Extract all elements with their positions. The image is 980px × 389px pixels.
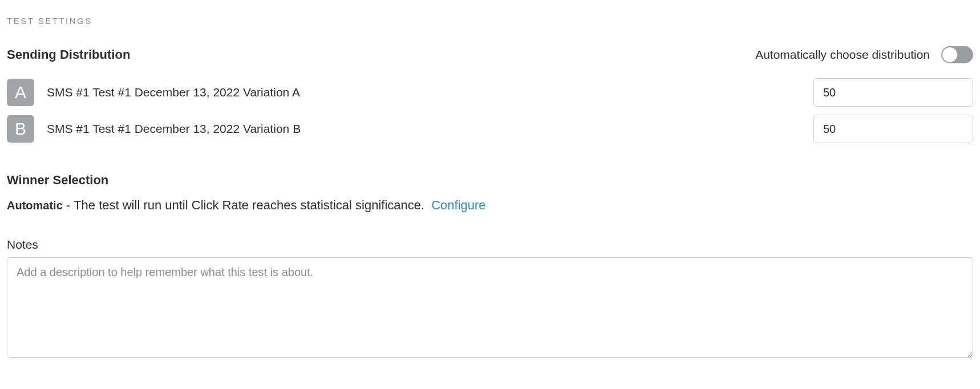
variation-b-percent-input[interactable] xyxy=(814,115,973,143)
variation-row: A SMS #1 Test #1 December 13, 2022 Varia… xyxy=(7,78,973,107)
notes-textarea[interactable] xyxy=(7,257,973,358)
variation-a-percent-group: % xyxy=(813,78,973,107)
sending-distribution-heading: Sending Distribution xyxy=(7,47,130,62)
configure-link[interactable]: Configure xyxy=(431,198,485,213)
winner-selection-section: Winner Selection Automatic - The test wi… xyxy=(7,173,973,213)
auto-distribution-toggle[interactable] xyxy=(941,46,973,63)
auto-distribution-group: Automatically choose distribution xyxy=(755,46,973,63)
variation-b-label: SMS #1 Test #1 December 13, 2022 Variati… xyxy=(47,122,813,136)
winner-selection-heading: Winner Selection xyxy=(7,173,973,188)
auto-distribution-label: Automatically choose distribution xyxy=(755,48,930,62)
variation-badge-b-icon: B xyxy=(7,115,34,143)
variation-a-percent-input[interactable] xyxy=(814,79,973,106)
sending-distribution-header: Sending Distribution Automatically choos… xyxy=(7,46,973,63)
variation-row: B SMS #1 Test #1 December 13, 2022 Varia… xyxy=(7,115,973,143)
variation-a-label: SMS #1 Test #1 December 13, 2022 Variati… xyxy=(47,86,813,99)
notes-heading: Notes xyxy=(7,238,973,252)
toggle-knob-icon xyxy=(942,47,957,62)
winner-selection-line: Automatic - The test will run until Clic… xyxy=(7,198,973,213)
winner-separator: - xyxy=(66,198,70,213)
section-title: TEST SETTINGS xyxy=(7,16,973,26)
variation-badge-a-icon: A xyxy=(7,79,34,106)
variation-b-percent-group: % xyxy=(813,115,973,143)
notes-section: Notes xyxy=(7,238,973,360)
winner-description: The test will run until Click Rate reach… xyxy=(74,198,424,213)
winner-mode: Automatic xyxy=(7,199,63,212)
